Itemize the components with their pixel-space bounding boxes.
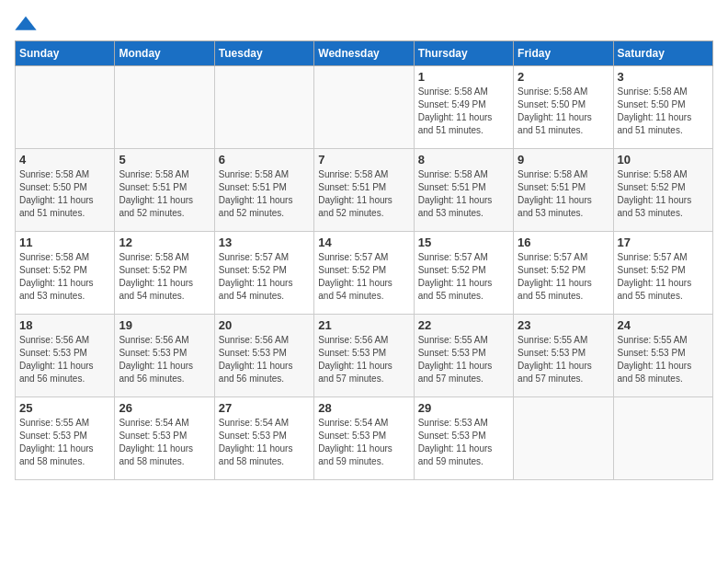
calendar-cell: 27Sunrise: 5:54 AM Sunset: 5:53 PM Dayli…	[214, 397, 313, 480]
day-number: 23	[518, 318, 609, 332]
calendar-cell: 6Sunrise: 5:58 AM Sunset: 5:51 PM Daylig…	[214, 149, 313, 232]
calendar-cell: 13Sunrise: 5:57 AM Sunset: 5:52 PM Dayli…	[214, 232, 313, 315]
day-info: Sunrise: 5:56 AM Sunset: 5:53 PM Dayligh…	[318, 334, 409, 385]
day-number: 12	[119, 236, 210, 249]
week-row-2: 4Sunrise: 5:58 AM Sunset: 5:50 PM Daylig…	[16, 149, 713, 232]
calendar-cell	[214, 66, 313, 149]
calendar-cell: 3Sunrise: 5:58 AM Sunset: 5:50 PM Daylig…	[613, 66, 712, 149]
calendar-cell: 25Sunrise: 5:55 AM Sunset: 5:53 PM Dayli…	[16, 397, 115, 480]
day-number: 18	[19, 318, 110, 332]
day-header-saturday: Saturday	[613, 41, 712, 66]
day-number: 14	[318, 236, 409, 249]
day-info: Sunrise: 5:53 AM Sunset: 5:53 PM Dayligh…	[418, 417, 509, 468]
day-number: 24	[618, 318, 709, 332]
day-info: Sunrise: 5:57 AM Sunset: 5:52 PM Dayligh…	[219, 251, 310, 303]
day-info: Sunrise: 5:54 AM Sunset: 5:53 PM Dayligh…	[219, 417, 310, 468]
calendar-cell: 17Sunrise: 5:57 AM Sunset: 5:52 PM Dayli…	[613, 232, 712, 315]
calendar-cell: 18Sunrise: 5:56 AM Sunset: 5:53 PM Dayli…	[16, 315, 115, 397]
calendar-cell: 11Sunrise: 5:58 AM Sunset: 5:52 PM Dayli…	[16, 232, 115, 315]
calendar-cell: 5Sunrise: 5:58 AM Sunset: 5:51 PM Daylig…	[115, 149, 214, 232]
calendar-cell: 28Sunrise: 5:54 AM Sunset: 5:53 PM Dayli…	[314, 397, 414, 480]
day-info: Sunrise: 5:54 AM Sunset: 5:53 PM Dayligh…	[318, 417, 409, 468]
day-number: 7	[318, 153, 409, 167]
day-info: Sunrise: 5:58 AM Sunset: 5:52 PM Dayligh…	[618, 168, 709, 220]
day-header-thursday: Thursday	[414, 41, 513, 66]
day-info: Sunrise: 5:58 AM Sunset: 5:51 PM Dayligh…	[318, 168, 409, 220]
day-number: 4	[19, 153, 110, 167]
day-number: 17	[618, 236, 709, 249]
calendar-cell: 22Sunrise: 5:55 AM Sunset: 5:53 PM Dayli…	[414, 315, 513, 397]
day-info: Sunrise: 5:55 AM Sunset: 5:53 PM Dayligh…	[618, 334, 709, 385]
calendar-cell	[115, 66, 214, 149]
day-number: 21	[318, 318, 409, 332]
calendar-cell: 1Sunrise: 5:58 AM Sunset: 5:49 PM Daylig…	[414, 66, 513, 149]
week-row-1: 1Sunrise: 5:58 AM Sunset: 5:49 PM Daylig…	[16, 66, 713, 149]
calendar-cell	[314, 66, 414, 149]
day-number: 13	[219, 236, 310, 249]
day-info: Sunrise: 5:57 AM Sunset: 5:52 PM Dayligh…	[318, 251, 409, 303]
calendar-cell: 7Sunrise: 5:58 AM Sunset: 5:51 PM Daylig…	[314, 149, 414, 232]
day-info: Sunrise: 5:57 AM Sunset: 5:52 PM Dayligh…	[518, 251, 609, 303]
calendar-cell: 8Sunrise: 5:58 AM Sunset: 5:51 PM Daylig…	[414, 149, 513, 232]
day-info: Sunrise: 5:57 AM Sunset: 5:52 PM Dayligh…	[618, 251, 709, 303]
calendar-cell: 20Sunrise: 5:56 AM Sunset: 5:53 PM Dayli…	[214, 315, 313, 397]
calendar-cell: 23Sunrise: 5:55 AM Sunset: 5:53 PM Dayli…	[514, 315, 613, 397]
day-number: 1	[418, 70, 509, 84]
day-info: Sunrise: 5:58 AM Sunset: 5:50 PM Dayligh…	[19, 168, 110, 220]
day-number: 22	[418, 318, 509, 332]
day-header-monday: Monday	[115, 41, 214, 66]
day-info: Sunrise: 5:57 AM Sunset: 5:52 PM Dayligh…	[418, 251, 509, 303]
day-number: 11	[19, 236, 110, 249]
calendar-cell: 21Sunrise: 5:56 AM Sunset: 5:53 PM Dayli…	[314, 315, 414, 397]
day-number: 28	[318, 401, 409, 415]
day-info: Sunrise: 5:54 AM Sunset: 5:53 PM Dayligh…	[119, 417, 210, 468]
week-row-4: 18Sunrise: 5:56 AM Sunset: 5:53 PM Dayli…	[16, 315, 713, 397]
day-info: Sunrise: 5:58 AM Sunset: 5:51 PM Dayligh…	[119, 168, 210, 220]
day-number: 29	[418, 401, 509, 415]
day-info: Sunrise: 5:56 AM Sunset: 5:53 PM Dayligh…	[119, 334, 210, 385]
week-row-5: 25Sunrise: 5:55 AM Sunset: 5:53 PM Dayli…	[16, 397, 713, 480]
svg-marker-0	[15, 17, 36, 30]
day-number: 15	[418, 236, 509, 249]
logo	[15, 15, 40, 33]
day-info: Sunrise: 5:58 AM Sunset: 5:49 PM Dayligh…	[418, 86, 509, 137]
day-header-tuesday: Tuesday	[214, 41, 313, 66]
day-number: 6	[219, 153, 310, 167]
calendar-cell	[16, 66, 115, 149]
calendar-cell: 9Sunrise: 5:58 AM Sunset: 5:51 PM Daylig…	[514, 149, 613, 232]
day-number: 9	[518, 153, 609, 167]
header-row: SundayMondayTuesdayWednesdayThursdayFrid…	[16, 41, 713, 66]
day-info: Sunrise: 5:58 AM Sunset: 5:51 PM Dayligh…	[219, 168, 310, 220]
day-header-sunday: Sunday	[16, 41, 115, 66]
calendar-cell: 24Sunrise: 5:55 AM Sunset: 5:53 PM Dayli…	[613, 315, 712, 397]
calendar-cell	[514, 397, 613, 480]
calendar-table: SundayMondayTuesdayWednesdayThursdayFrid…	[15, 40, 713, 480]
day-info: Sunrise: 5:58 AM Sunset: 5:52 PM Dayligh…	[19, 251, 110, 303]
day-number: 16	[518, 236, 609, 249]
page-header	[15, 15, 713, 33]
day-info: Sunrise: 5:55 AM Sunset: 5:53 PM Dayligh…	[518, 334, 609, 385]
day-number: 20	[219, 318, 310, 332]
day-info: Sunrise: 5:58 AM Sunset: 5:50 PM Dayligh…	[618, 86, 709, 137]
day-number: 27	[219, 401, 310, 415]
day-info: Sunrise: 5:58 AM Sunset: 5:51 PM Dayligh…	[418, 168, 509, 220]
day-info: Sunrise: 5:55 AM Sunset: 5:53 PM Dayligh…	[19, 417, 110, 468]
day-header-wednesday: Wednesday	[314, 41, 414, 66]
day-number: 5	[119, 153, 210, 167]
day-number: 19	[119, 318, 210, 332]
calendar-cell	[613, 397, 712, 480]
week-row-3: 11Sunrise: 5:58 AM Sunset: 5:52 PM Dayli…	[16, 232, 713, 315]
day-number: 3	[618, 70, 709, 84]
day-number: 26	[119, 401, 210, 415]
day-header-friday: Friday	[514, 41, 613, 66]
day-number: 2	[518, 70, 609, 84]
calendar-cell: 4Sunrise: 5:58 AM Sunset: 5:50 PM Daylig…	[16, 149, 115, 232]
calendar-cell: 26Sunrise: 5:54 AM Sunset: 5:53 PM Dayli…	[115, 397, 214, 480]
calendar-cell: 12Sunrise: 5:58 AM Sunset: 5:52 PM Dayli…	[115, 232, 214, 315]
day-info: Sunrise: 5:58 AM Sunset: 5:51 PM Dayligh…	[518, 168, 609, 220]
day-number: 25	[19, 401, 110, 415]
day-info: Sunrise: 5:55 AM Sunset: 5:53 PM Dayligh…	[418, 334, 509, 385]
calendar-cell: 10Sunrise: 5:58 AM Sunset: 5:52 PM Dayli…	[613, 149, 712, 232]
day-number: 8	[418, 153, 509, 167]
calendar-cell: 14Sunrise: 5:57 AM Sunset: 5:52 PM Dayli…	[314, 232, 414, 315]
